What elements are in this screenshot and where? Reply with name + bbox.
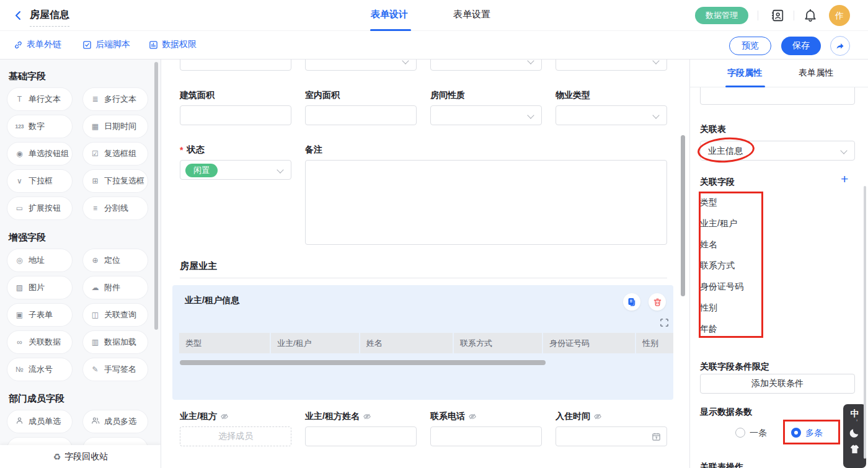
tab-form-settings[interactable]: 表单设置 [453,9,490,20]
property-type-select[interactable] [556,105,667,125]
related-field-item[interactable]: 业主/租户 [700,218,737,229]
delete-button[interactable] [649,293,666,311]
duplicate-button[interactable] [623,293,640,311]
field-textarea[interactable]: ≣多行文本 [83,88,148,110]
back-button[interactable] [12,9,25,22]
status-select[interactable]: 闲置 [180,160,291,180]
theme-shirt-icon[interactable] [849,444,861,455]
field-select[interactable]: ∨下拉框 [7,170,72,192]
panel-scrollbar[interactable] [864,186,866,459]
radio-single-row[interactable] [735,428,745,438]
notification-bell-icon[interactable] [804,9,817,22]
add-related-field-plus-icon[interactable]: + [841,172,848,187]
select-partial[interactable] [556,60,667,71]
display-count-label: 显示数据条数 [700,407,752,418]
related-table-value: 业主信息 [708,146,743,157]
eye-off-icon [363,412,371,421]
form-external-link-button[interactable]: 表单外链 [14,39,61,50]
building-area-input[interactable] [180,105,291,125]
sidebar-scrollbar[interactable] [154,62,158,330]
room-nature-select[interactable] [430,105,542,125]
field-divider[interactable]: ≡分割线 [83,197,148,219]
related-table-select[interactable]: 业主信息 [700,141,855,161]
phone-label-text: 联系电话 [430,411,465,422]
status-tag: 闲置 [185,164,218,177]
pen-icon: ✎ [91,365,100,374]
subform-owner-tenant-info[interactable]: 业主/租户信息 类型 业主/租户 姓名 联系方式 身份证号码 性别 [172,285,673,400]
tab-form-design[interactable]: 表单设计 [371,9,408,20]
field-multi-select[interactable]: ⊞下拉复选框 [83,170,148,192]
related-field-item[interactable]: 性别 [700,302,717,314]
link-icon [14,40,23,50]
field-member-multi[interactable]: 成员多选 [83,410,148,433]
field-extend-button[interactable]: ▭扩展按钮 [7,197,72,219]
data-manage-button[interactable]: 数据管理 [695,7,748,24]
page-title[interactable]: 房屋信息 [30,9,69,27]
field-related-data[interactable]: ∞关联数据 [7,331,72,353]
field-data-load[interactable]: ▥数据加载 [83,331,148,353]
field-attachment[interactable]: ☁附件 [83,276,148,299]
member-picker-input[interactable]: 选择成员 [180,426,291,446]
field-label-owner-name: 业主/租方姓名 [305,411,371,422]
textarea-icon: ≣ [91,95,100,104]
subform-horizontal-scrollbar[interactable] [180,360,546,365]
field-datetime[interactable]: ▦日期时间 [83,115,148,138]
field-radio-group[interactable]: ◉单选按钮组 [7,143,72,165]
data-permission-label: 数据权限 [162,39,197,50]
field-subform[interactable]: ▣子表单 [7,304,72,326]
chevron-down-icon [277,166,283,173]
add-condition-button[interactable]: 添加关联条件 [700,374,855,394]
select-partial[interactable] [430,60,542,71]
field-signature[interactable]: ✎手写签名 [83,358,148,381]
contacts-icon[interactable] [771,9,784,22]
preview-button[interactable]: 预览 [729,37,771,55]
field-label: 单选按钮组 [29,148,69,159]
language-toggle-icon[interactable]: 中 [843,408,866,420]
field-serial-number[interactable]: №流水号 [7,358,72,381]
move-in-date-input[interactable] [556,426,667,446]
backend-script-button[interactable]: 后端脚本 [82,39,130,50]
phone-input[interactable] [430,426,542,446]
related-field-item[interactable]: 类型 [700,197,717,208]
user-avatar[interactable]: 作 [829,5,850,26]
text-icon: T [15,95,24,104]
field-checkbox-group[interactable]: ☑复选框组 [83,143,148,165]
input-partial[interactable] [180,60,291,71]
dark-mode-moon-icon[interactable] [849,426,861,439]
form-canvas[interactable]: 建筑面积 室内面积 房间性质 物业类型 *状态 闲置 备注 房屋业主 业主/租户… [161,60,689,468]
field-member-single[interactable]: 成员单选 [7,410,72,433]
field-number[interactable]: 123数字 [7,115,72,138]
related-field-item[interactable]: 年龄 [700,324,717,335]
share-button[interactable] [830,36,850,56]
radio-multi-row-label[interactable]: 多条 [805,428,823,439]
field-recycle-bin-button[interactable]: ♻ 字段回收站 [0,445,161,468]
field-label: 成员多选 [104,416,136,427]
indoor-area-input[interactable] [305,105,417,125]
remark-textarea[interactable] [305,160,667,245]
field-label-status: *状态 [180,144,204,156]
tab-field-properties[interactable]: 字段属性 [727,68,762,79]
canvas-scrollbar[interactable] [681,135,685,296]
radio-multi-row[interactable] [791,428,801,438]
field-label: 单行文本 [29,94,61,105]
radio-single-row-label[interactable]: 一条 [750,428,767,439]
tab-form-properties[interactable]: 表单属性 [799,68,833,79]
related-field-item[interactable]: 姓名 [700,239,717,250]
field-lookup[interactable]: ◫关联查询 [83,304,148,326]
field-label: 图片 [29,282,45,293]
field-label: 分割线 [104,203,128,214]
field-location[interactable]: ⊕定位 [83,249,148,272]
save-button[interactable]: 保存 [781,37,821,55]
field-label-move-in-time: 入住时间 [556,411,602,422]
field-address[interactable]: ◎地址 [7,249,72,272]
field-text[interactable]: T单行文本 [7,88,72,110]
related-field-item[interactable]: 身份证号码 [700,281,743,293]
expand-fullscreen-icon[interactable] [660,318,669,327]
link-chain-icon: ∞ [15,338,24,347]
data-permission-button[interactable]: 数据权限 [149,39,197,50]
select-partial[interactable] [305,60,417,71]
related-field-item[interactable]: 联系方式 [700,260,735,272]
panel-partial-input[interactable] [700,87,855,105]
owner-name-input[interactable] [305,426,417,446]
field-image[interactable]: ▨图片 [7,276,72,299]
